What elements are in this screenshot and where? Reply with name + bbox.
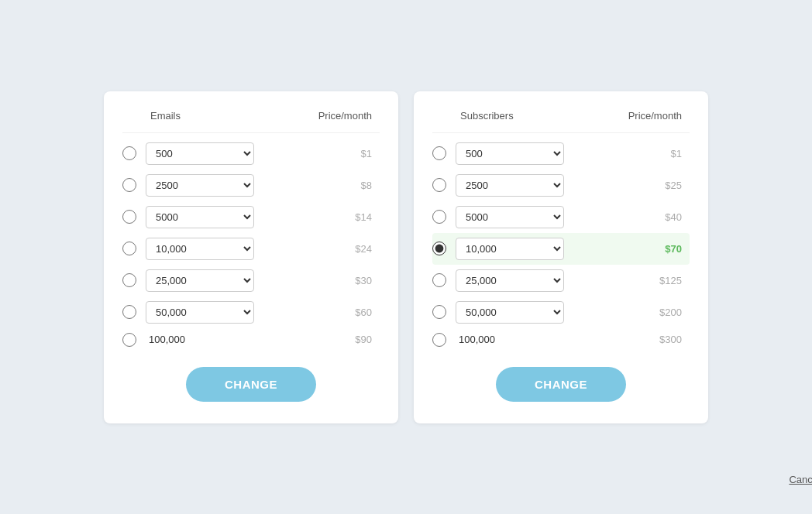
emails-select-3[interactable]: 5002500500010,00025,00050,000 [146,206,254,228]
emails-radio-5[interactable] [122,273,136,287]
emails-select-6[interactable]: 5002500500010,00025,00050,000 [146,301,254,324]
emails-radio-2[interactable] [122,178,136,192]
subs-radio-4[interactable] [432,242,446,255]
emails-row-3: 5002500500010,00025,00050,000 $14 [122,201,380,233]
emails-header: Emails Price/month [122,107,380,133]
plans-container: Emails Price/month 5002500500010,00025,0… [104,91,708,423]
emails-price-3: $14 [318,211,380,223]
emails-select-5[interactable]: 5002500500010,00025,00050,000 [146,269,254,292]
subs-select-4[interactable]: 5002500500010,00025,00050,000 [456,238,564,260]
subs-select-1[interactable]: 5002500500010,00025,00050,000 [456,142,564,165]
emails-row-1: 5002500500010,00025,00050,000 $1 [122,138,380,170]
subs-row-6: 5002500500010,00025,00050,000 $200 [432,296,690,328]
emails-price-7: $90 [318,334,380,345]
cancel-subscription-link[interactable]: Cancel Subscription [789,474,812,485]
subs-price-3: $40 [628,211,690,223]
subs-select-2[interactable]: 5002500500010,00025,00050,000 [456,174,564,197]
subs-price-4: $70 [628,243,690,255]
cancel-area: Cancel Subscription [789,416,812,485]
subs-radio-2[interactable] [432,178,446,192]
subs-label-7: 100,000 [456,334,628,345]
subs-price-1: $1 [628,148,690,159]
emails-price-header: Price/month [263,107,380,125]
subscribers-header: Subscribers Price/month [432,107,690,133]
emails-price-4: $24 [318,243,380,255]
subs-radio-6[interactable] [432,305,446,319]
subs-select-3[interactable]: 5002500500010,00025,00050,000 [456,206,564,228]
subs-price-7: $300 [628,334,690,345]
subs-row-1: 5002500500010,00025,00050,000 $1 [432,138,690,170]
emails-price-6: $60 [318,307,380,318]
subs-price-5: $125 [628,275,690,286]
subs-select-6[interactable]: 5002500500010,00025,00050,000 [456,301,564,324]
subs-row-4: 5002500500010,00025,00050,000 $70 [432,233,690,265]
emails-radio-3[interactable] [122,210,136,224]
emails-label-7: 100,000 [146,334,318,345]
subs-radio-3[interactable] [432,210,446,224]
subs-radio-5[interactable] [432,273,446,287]
emails-row-5: 5002500500010,00025,00050,000 $30 [122,265,380,296]
emails-row-7: 100,000 $90 [122,328,380,351]
subs-price-6: $200 [628,307,690,318]
subscribers-change-button[interactable]: CHANGE [496,367,626,402]
emails-radio-7[interactable] [122,333,136,347]
subscribers-price-header: Price/month [573,107,690,125]
emails-panel: Emails Price/month 5002500500010,00025,0… [104,91,398,423]
emails-row-2: 5002500500010,00025,00050,000 $8 [122,170,380,201]
subs-price-2: $25 [628,180,690,191]
emails-radio-4[interactable] [122,242,136,255]
emails-price-2: $8 [318,180,380,191]
subs-select-5[interactable]: 5002500500010,00025,00050,000 [456,269,564,292]
emails-row-4: 5002500500010,00025,00050,000 $24 [122,233,380,265]
emails-radio-6[interactable] [122,305,136,319]
subscribers-panel: Subscribers Price/month 5002500500010,00… [414,91,708,423]
subs-radio-1[interactable] [432,146,446,160]
emails-change-button[interactable]: CHANGE [186,367,316,402]
subs-row-3: 5002500500010,00025,00050,000 $40 [432,201,690,233]
emails-price-1: $1 [318,148,380,159]
emails-select-1[interactable]: 5002500500010,00025,00050,000 [146,142,254,165]
emails-col-header: Emails [146,107,263,125]
emails-price-5: $30 [318,275,380,286]
subs-row-7: 100,000 $300 [432,328,690,351]
emails-radio-1[interactable] [122,146,136,160]
subs-row-5: 5002500500010,00025,00050,000 $125 [432,265,690,296]
subs-radio-7[interactable] [432,333,446,347]
emails-row-6: 5002500500010,00025,00050,000 $60 [122,296,380,328]
emails-select-2[interactable]: 5002500500010,00025,00050,000 [146,174,254,197]
subscribers-col-header: Subscribers [456,107,573,125]
subs-row-2: 5002500500010,00025,00050,000 $25 [432,170,690,201]
emails-select-4[interactable]: 5002500500010,00025,00050,000 [146,238,254,260]
